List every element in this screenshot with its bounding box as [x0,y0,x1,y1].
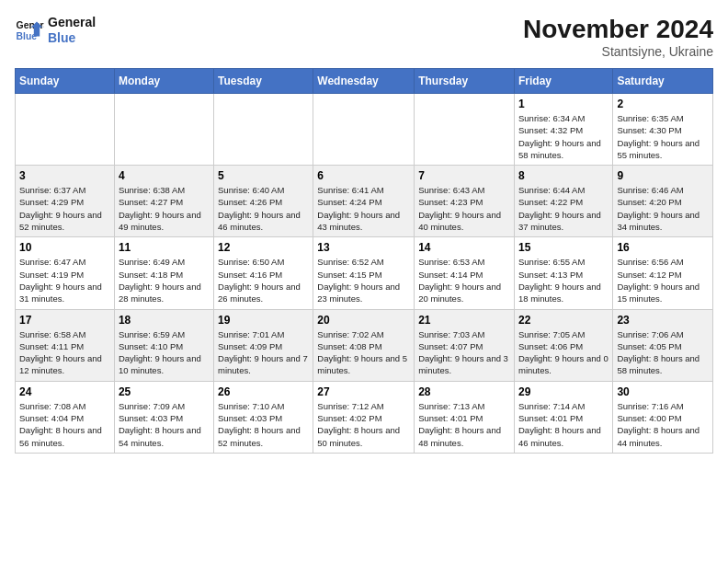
day-number: 20 [317,314,410,327]
calendar-cell: 12Sunrise: 6:50 AMSunset: 4:16 PMDayligh… [214,237,313,309]
day-number: 27 [317,385,410,398]
month-year-title: November 2024 [523,15,713,44]
day-number: 23 [617,314,709,327]
day-number: 26 [218,385,309,398]
calendar-cell: 11Sunrise: 6:49 AMSunset: 4:18 PMDayligh… [114,237,213,309]
day-number: 8 [518,169,609,182]
day-info: Sunrise: 6:55 AMSunset: 4:13 PMDaylight:… [518,256,609,304]
day-number: 16 [617,241,709,254]
logo-icon: General Blue [15,16,44,45]
calendar-cell: 15Sunrise: 6:55 AMSunset: 4:13 PMDayligh… [514,237,612,309]
calendar-cell: 8Sunrise: 6:44 AMSunset: 4:22 PMDaylight… [514,166,612,237]
day-info: Sunrise: 6:58 AMSunset: 4:11 PMDaylight:… [19,328,110,377]
calendar-cell: 26Sunrise: 7:10 AMSunset: 4:03 PMDayligh… [214,381,313,453]
week-row-3: 10Sunrise: 6:47 AMSunset: 4:19 PMDayligh… [16,237,713,309]
day-info: Sunrise: 6:47 AMSunset: 4:19 PMDaylight:… [19,256,110,304]
dow-header-wednesday: Wednesday [313,69,415,94]
day-number: 12 [218,241,309,254]
calendar-cell: 30Sunrise: 7:16 AMSunset: 4:00 PMDayligh… [613,381,713,453]
calendar-cell: 2Sunrise: 6:35 AMSunset: 4:30 PMDaylight… [613,94,713,166]
day-info: Sunrise: 6:49 AMSunset: 4:18 PMDaylight:… [119,256,210,304]
day-info: Sunrise: 6:56 AMSunset: 4:12 PMDaylight:… [617,256,709,304]
day-info: Sunrise: 7:06 AMSunset: 4:05 PMDaylight:… [617,328,709,377]
day-info: Sunrise: 6:40 AMSunset: 4:26 PMDaylight:… [218,184,309,233]
day-number: 30 [617,385,709,398]
day-info: Sunrise: 7:03 AMSunset: 4:07 PMDaylight:… [418,328,510,377]
day-number: 4 [119,169,210,182]
day-number: 21 [418,314,510,327]
calendar-cell [214,94,313,166]
day-number: 14 [418,241,510,254]
calendar-cell: 25Sunrise: 7:09 AMSunset: 4:03 PMDayligh… [114,381,213,453]
day-info: Sunrise: 7:08 AMSunset: 4:04 PMDaylight:… [19,400,110,449]
day-number: 24 [19,385,110,398]
title-area: November 2024 Stantsiyne, Ukraine [523,15,713,59]
day-info: Sunrise: 6:41 AMSunset: 4:24 PMDaylight:… [317,184,410,233]
day-number: 2 [617,98,709,110]
calendar-cell: 16Sunrise: 6:56 AMSunset: 4:12 PMDayligh… [613,237,713,309]
day-info: Sunrise: 6:52 AMSunset: 4:15 PMDaylight:… [317,256,410,304]
calendar-cell: 21Sunrise: 7:03 AMSunset: 4:07 PMDayligh… [415,309,515,381]
day-number: 29 [518,385,609,398]
calendar-cell [16,94,115,166]
calendar-cell: 24Sunrise: 7:08 AMSunset: 4:04 PMDayligh… [16,381,115,453]
calendar-cell: 9Sunrise: 6:46 AMSunset: 4:20 PMDaylight… [613,166,713,237]
calendar-cell: 29Sunrise: 7:14 AMSunset: 4:01 PMDayligh… [514,381,612,453]
calendar-cell: 20Sunrise: 7:02 AMSunset: 4:08 PMDayligh… [313,309,415,381]
calendar-cell: 28Sunrise: 7:13 AMSunset: 4:01 PMDayligh… [415,381,515,453]
day-number: 18 [119,314,210,327]
day-number: 11 [119,241,210,254]
calendar-cell [415,94,515,166]
calendar-cell: 13Sunrise: 6:52 AMSunset: 4:15 PMDayligh… [313,237,415,309]
calendar-cell: 3Sunrise: 6:37 AMSunset: 4:29 PMDaylight… [16,166,115,237]
dow-header-monday: Monday [114,69,213,94]
calendar-table: SundayMondayTuesdayWednesdayThursdayFrid… [15,68,713,454]
day-number: 15 [518,241,609,254]
day-info: Sunrise: 6:38 AMSunset: 4:27 PMDaylight:… [119,184,210,233]
day-number: 3 [19,169,110,182]
day-info: Sunrise: 6:59 AMSunset: 4:10 PMDaylight:… [119,328,210,377]
day-info: Sunrise: 7:02 AMSunset: 4:08 PMDaylight:… [317,328,410,377]
calendar-cell: 1Sunrise: 6:34 AMSunset: 4:32 PMDaylight… [514,94,612,166]
day-info: Sunrise: 7:16 AMSunset: 4:00 PMDaylight:… [617,400,709,449]
calendar-cell: 5Sunrise: 6:40 AMSunset: 4:26 PMDaylight… [214,166,313,237]
dow-header-sunday: Sunday [16,69,115,94]
calendar-cell: 6Sunrise: 6:41 AMSunset: 4:24 PMDaylight… [313,166,415,237]
day-info: Sunrise: 7:10 AMSunset: 4:03 PMDaylight:… [218,400,309,449]
week-row-2: 3Sunrise: 6:37 AMSunset: 4:29 PMDaylight… [16,166,713,237]
calendar-cell: 10Sunrise: 6:47 AMSunset: 4:19 PMDayligh… [16,237,115,309]
day-info: Sunrise: 7:01 AMSunset: 4:09 PMDaylight:… [218,328,309,377]
day-number: 7 [418,169,510,182]
calendar-cell: 18Sunrise: 6:59 AMSunset: 4:10 PMDayligh… [114,309,213,381]
calendar-cell: 23Sunrise: 7:06 AMSunset: 4:05 PMDayligh… [613,309,713,381]
calendar-body: 1Sunrise: 6:34 AMSunset: 4:32 PMDaylight… [16,94,713,454]
day-info: Sunrise: 7:12 AMSunset: 4:02 PMDaylight:… [317,400,410,449]
dow-header-thursday: Thursday [415,69,515,94]
day-number: 13 [317,241,410,254]
day-number: 6 [317,169,410,182]
week-row-4: 17Sunrise: 6:58 AMSunset: 4:11 PMDayligh… [16,309,713,381]
day-number: 1 [518,98,609,110]
calendar-cell: 14Sunrise: 6:53 AMSunset: 4:14 PMDayligh… [415,237,515,309]
header: General Blue General Blue November 2024 … [15,15,713,59]
day-info: Sunrise: 6:53 AMSunset: 4:14 PMDaylight:… [418,256,510,304]
day-number: 19 [218,314,309,327]
logo: General Blue General Blue [15,15,96,46]
calendar-cell: 7Sunrise: 6:43 AMSunset: 4:23 PMDaylight… [415,166,515,237]
dow-header-friday: Friday [514,69,612,94]
day-number: 28 [418,385,510,398]
day-info: Sunrise: 6:34 AMSunset: 4:32 PMDaylight:… [518,112,609,161]
day-info: Sunrise: 7:09 AMSunset: 4:03 PMDaylight:… [119,400,210,449]
logo-blue: Blue [48,30,96,46]
day-number: 10 [19,241,110,254]
location-subtitle: Stantsiyne, Ukraine [523,44,713,59]
week-row-1: 1Sunrise: 6:34 AMSunset: 4:32 PMDaylight… [16,94,713,166]
day-info: Sunrise: 6:46 AMSunset: 4:20 PMDaylight:… [617,184,709,233]
day-info: Sunrise: 7:14 AMSunset: 4:01 PMDaylight:… [518,400,609,449]
day-number: 17 [19,314,110,327]
days-of-week-row: SundayMondayTuesdayWednesdayThursdayFrid… [16,69,713,94]
week-row-5: 24Sunrise: 7:08 AMSunset: 4:04 PMDayligh… [16,381,713,453]
calendar-cell: 27Sunrise: 7:12 AMSunset: 4:02 PMDayligh… [313,381,415,453]
calendar-cell: 4Sunrise: 6:38 AMSunset: 4:27 PMDaylight… [114,166,213,237]
calendar-cell [114,94,213,166]
